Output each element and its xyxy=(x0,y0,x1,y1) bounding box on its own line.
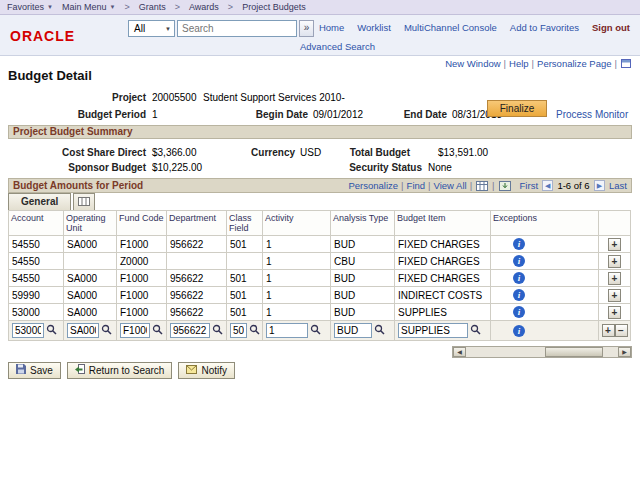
tab-general[interactable]: General xyxy=(8,193,71,210)
department-lookup-icon[interactable] xyxy=(212,324,223,337)
class-field-lookup-icon[interactable] xyxy=(249,324,260,337)
add-row-button[interactable]: + xyxy=(608,255,621,268)
class-field-input[interactable] xyxy=(230,323,247,338)
search-scope-select[interactable]: All▼ xyxy=(128,20,175,37)
breadcrumb-project-budgets[interactable]: Project Budgets xyxy=(242,2,306,12)
sign-out-link[interactable]: Sign out xyxy=(592,22,630,33)
exceptions-info-icon[interactable]: i xyxy=(513,255,525,267)
exceptions-info-icon[interactable]: i xyxy=(513,289,525,301)
total-budget-value: $13,591.00 xyxy=(438,147,488,158)
analysis-type-lookup-icon[interactable] xyxy=(374,324,385,337)
last-link[interactable]: Last xyxy=(609,180,627,191)
scrollbar-track[interactable] xyxy=(466,347,618,357)
main-menu[interactable]: Main Menu▼ xyxy=(62,2,115,12)
show-all-columns-icon[interactable] xyxy=(73,193,95,210)
account-input[interactable] xyxy=(12,323,44,338)
analysis-type-input[interactable] xyxy=(334,323,372,338)
end-date-label: End Date xyxy=(393,109,447,120)
account-lookup-icon[interactable] xyxy=(46,324,57,337)
download-icon[interactable] xyxy=(499,181,511,191)
cell-account: 53000 xyxy=(9,304,64,321)
operating-unit-input[interactable] xyxy=(67,323,99,338)
column-header-department[interactable]: Department xyxy=(167,211,227,236)
new-window-link[interactable]: New Window xyxy=(445,58,500,69)
personalize-page-link[interactable]: Personalize Page xyxy=(537,58,611,69)
add-row-button[interactable]: + xyxy=(608,289,621,302)
cell-activity: 1 xyxy=(263,287,331,304)
notify-button[interactable]: Notify xyxy=(178,362,235,379)
save-button[interactable]: Save xyxy=(8,362,61,379)
breadcrumb-grants[interactable]: Grants xyxy=(139,2,166,12)
search-input[interactable] xyxy=(177,20,297,37)
cell-analysis-type: BUD xyxy=(331,270,395,287)
add-row-button[interactable]: + xyxy=(608,306,621,319)
cell-fund-code: F1000 xyxy=(117,304,167,321)
add-row-button[interactable]: + xyxy=(608,272,621,285)
cell-activity: 1 xyxy=(263,270,331,287)
return-to-search-label: Return to Search xyxy=(89,365,165,376)
budget-item-lookup-icon[interactable] xyxy=(470,324,481,337)
column-header-class-field[interactable]: Class Field xyxy=(227,211,263,236)
multichannel-console-link[interactable]: MultiChannel Console xyxy=(404,22,497,33)
department-input[interactable] xyxy=(170,323,210,338)
breadcrumb-awards[interactable]: Awards xyxy=(189,2,219,12)
return-to-search-button[interactable]: Return to Search xyxy=(67,362,173,379)
begin-date-value: 09/01/2012 xyxy=(313,109,363,120)
activity-lookup-icon[interactable] xyxy=(310,324,321,337)
column-header-activity[interactable]: Activity xyxy=(263,211,331,236)
column-header-fund-code[interactable]: Fund Code xyxy=(117,211,167,236)
exceptions-info-icon[interactable]: i xyxy=(513,272,525,284)
personalize-link[interactable]: Personalize xyxy=(348,180,398,191)
find-link[interactable]: Find xyxy=(407,180,425,191)
column-header-operating-unit[interactable]: Operating Unit xyxy=(64,211,117,236)
notify-icon xyxy=(186,365,197,376)
separator: | xyxy=(470,180,472,191)
cell-activity: 1 xyxy=(263,253,331,270)
first-link[interactable]: First xyxy=(520,180,538,191)
exceptions-info-icon[interactable]: i xyxy=(513,238,525,250)
fund-code-input[interactable] xyxy=(120,323,150,338)
help-link[interactable]: Help xyxy=(509,58,529,69)
finalize-button[interactable]: Finalize xyxy=(487,100,547,117)
advanced-search-link[interactable]: Advanced Search xyxy=(300,41,375,52)
column-header-budget-item[interactable]: Budget Item xyxy=(395,211,491,236)
column-header-account[interactable]: Account xyxy=(9,211,64,236)
scroll-right-icon[interactable]: ▶ xyxy=(618,347,631,357)
cell-account: 54550 xyxy=(9,253,64,270)
activity-input[interactable] xyxy=(266,323,308,338)
home-link[interactable]: Home xyxy=(319,22,344,33)
previous-page-icon[interactable]: ◀ xyxy=(542,180,553,191)
cell-department xyxy=(167,253,227,270)
column-header-exceptions[interactable]: Exceptions xyxy=(491,211,599,236)
worklist-link[interactable]: Worklist xyxy=(357,22,391,33)
chevron-down-icon: ▼ xyxy=(110,4,116,10)
horizontal-scrollbar[interactable]: ◀ ▶ xyxy=(452,346,632,358)
column-header-actions xyxy=(599,211,631,236)
exceptions-info-icon[interactable]: i xyxy=(513,306,525,318)
add-row-button[interactable]: + xyxy=(608,238,621,251)
favorites-menu[interactable]: Favorites▼ xyxy=(7,2,53,12)
add-to-favorites-link[interactable]: Add to Favorites xyxy=(510,22,579,33)
budget-grid: Account Operating Unit Fund Code Departm… xyxy=(8,210,631,341)
cell-analysis-type: BUD xyxy=(331,287,395,304)
copy-url-icon[interactable] xyxy=(621,59,631,68)
cell-account: 54550 xyxy=(9,236,64,253)
scroll-left-icon[interactable]: ◀ xyxy=(453,347,466,357)
delete-row-button[interactable]: − xyxy=(615,324,628,337)
operating-unit-lookup-icon[interactable] xyxy=(101,324,112,337)
exceptions-info-icon[interactable]: i xyxy=(513,325,525,337)
column-header-analysis-type[interactable]: Analysis Type xyxy=(331,211,395,236)
search-go-button[interactable]: » xyxy=(299,20,314,37)
breadcrumb-separator-icon: > xyxy=(124,2,129,12)
next-page-icon[interactable]: ▶ xyxy=(594,180,605,191)
cell-analysis-type: BUD xyxy=(331,304,395,321)
favorites-label: Favorites xyxy=(7,2,44,12)
fund-code-lookup-icon[interactable] xyxy=(152,324,163,337)
budget-item-input[interactable] xyxy=(398,323,468,338)
scrollbar-thumb[interactable] xyxy=(545,347,603,357)
cell-operating-unit xyxy=(64,253,117,270)
add-row-button[interactable]: + xyxy=(602,324,615,337)
zoom-grid-icon[interactable] xyxy=(476,181,488,191)
process-monitor-link[interactable]: Process Monitor xyxy=(556,109,628,120)
view-all-link[interactable]: View All xyxy=(434,180,467,191)
